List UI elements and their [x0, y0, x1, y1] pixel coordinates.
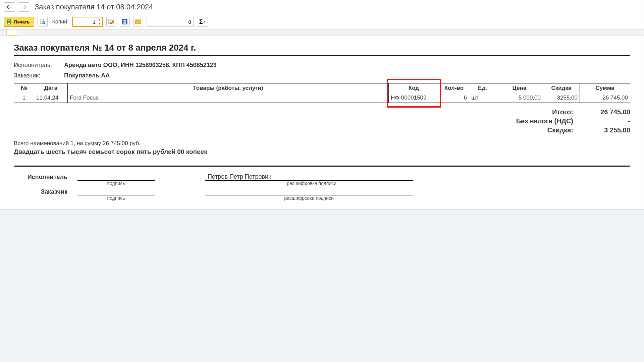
save-button[interactable] — [120, 17, 130, 27]
table-header-row: № Дата Товары (работы, услуги) Код Кол-в… — [14, 83, 630, 93]
executor-row: Исполнитель: Аренда авто ООО, ИНН 125896… — [14, 62, 630, 69]
executor-value: Аренда авто ООО, ИНН 1258963258, КПП 456… — [64, 62, 217, 69]
customer-value: Покупатель АА — [64, 72, 110, 79]
executor-label: Исполнитель: — [14, 62, 64, 69]
svg-rect-11 — [123, 22, 126, 24]
copies-down[interactable]: ▼ — [97, 22, 102, 26]
signature-divider — [14, 166, 630, 167]
sheet-tab[interactable] — [6, 30, 17, 36]
totals-block: Итого: 26 745,00 Без налога (НДС) - Скид… — [14, 108, 630, 135]
dropdown-icon: ▾ — [204, 20, 206, 23]
svg-rect-10 — [123, 20, 126, 21]
arrow-right-icon — [21, 5, 26, 9]
magnifier-page-icon — [40, 19, 46, 25]
preview-button[interactable] — [38, 17, 48, 27]
sigma-button[interactable]: Σ ▾ — [197, 17, 208, 27]
svg-rect-2 — [8, 22, 10, 24]
window: Заказ покупателя 14 от 08.04.2024 Печать… — [0, 0, 644, 210]
signature-customer-row: Заказчик подпись расшифровка подписи — [14, 188, 630, 195]
svg-line-5 — [44, 23, 45, 24]
nav-back-button[interactable] — [4, 2, 15, 12]
arrow-left-icon — [7, 5, 12, 9]
copies-label: Копий: — [52, 19, 69, 25]
titlebar: Заказ покупателя 14 от 08.04.2024 — [0, 0, 644, 14]
copies-stepper[interactable]: ▲ ▼ — [72, 17, 103, 27]
cell-num: 1 — [14, 93, 34, 103]
sig-caption: подпись — [77, 181, 155, 186]
cell-goods: Ford Focus — [68, 93, 389, 103]
customer-row: Заказчик: Покупатель АА — [14, 72, 630, 79]
summary-words: Двадцать шесть тысяч семьсот сорок пять … — [14, 148, 630, 156]
copies-input[interactable] — [73, 17, 97, 26]
col-goods: Товары (работы, услуги) — [68, 83, 389, 93]
print-label: Печать — [14, 19, 30, 24]
col-sum: Сумма — [580, 83, 630, 93]
print-button[interactable]: Печать — [4, 17, 34, 27]
customer-label: Заказчик: — [14, 72, 64, 79]
discount-value: 3 255,00 — [583, 126, 630, 134]
window-title: Заказ покупателя 14 от 08.04.2024 — [35, 3, 153, 11]
decipher-caption: расшифровка подписи — [205, 195, 413, 201]
document-title: Заказ покупателя № 14 от 8 апреля 2024 г… — [14, 43, 630, 56]
cell-qty: 6 — [439, 93, 469, 103]
sig-executor-label: Исполнитель — [14, 174, 67, 181]
svg-rect-1 — [8, 19, 10, 21]
envelope-icon — [135, 19, 141, 24]
toolbar: Печать Копий: ▲ ▼ — [0, 14, 644, 30]
ruler-area — [0, 30, 644, 36]
sig-executor-name: Петров Петр Петрович — [208, 173, 271, 180]
printer-icon — [6, 19, 12, 25]
col-price: Цена — [496, 83, 543, 93]
cell-unit: шт — [469, 93, 496, 103]
sig-caption: подпись — [77, 195, 155, 201]
cell-price: 5 000,00 — [496, 93, 543, 103]
nav-forward-button[interactable] — [18, 2, 29, 12]
edit-button[interactable] — [106, 17, 116, 27]
cell-sum: 26 745,00 — [580, 93, 630, 103]
col-discount: Скидка — [543, 83, 580, 93]
email-button[interactable] — [133, 17, 143, 27]
items-table: № Дата Товары (работы, услуги) Код Кол-в… — [14, 83, 630, 103]
copies-up[interactable]: ▲ — [97, 17, 102, 22]
table-row: 1 11.04.24 Ford Focus НФ-00001509 6 шт 5… — [14, 93, 630, 103]
cell-date: 11.04.24 — [34, 93, 68, 103]
vat-value: - — [583, 117, 630, 125]
col-date: Дата — [34, 83, 68, 93]
cell-code: НФ-00001509 — [389, 93, 439, 103]
col-num: № — [14, 83, 34, 93]
total-label: Итого: — [473, 108, 573, 116]
cell-discount: 3255,00 — [543, 93, 580, 103]
total-field[interactable] — [147, 17, 194, 27]
diskette-icon — [122, 19, 128, 25]
summary-count: Всего наименований 1, на сумму 26 745,00… — [14, 140, 630, 147]
decipher-caption: расшифровка подписи — [208, 181, 416, 186]
signature-executor-row: Исполнитель подпись Петров Петр Петрович… — [14, 173, 630, 181]
discount-label: Скидка: — [473, 126, 573, 134]
sig-customer-label: Заказчик — [14, 188, 67, 195]
col-code: Код — [389, 83, 439, 93]
col-unit: Ед. — [469, 83, 496, 93]
edit-grid-icon — [108, 19, 114, 25]
col-qty: Кол-во — [439, 83, 469, 93]
sigma-label: Σ — [199, 18, 203, 25]
total-value: 26 745,00 — [583, 108, 630, 116]
document-area: Заказ покупателя № 14 от 8 апреля 2024 г… — [0, 36, 644, 209]
vat-label: Без налога (НДС) — [473, 117, 573, 125]
